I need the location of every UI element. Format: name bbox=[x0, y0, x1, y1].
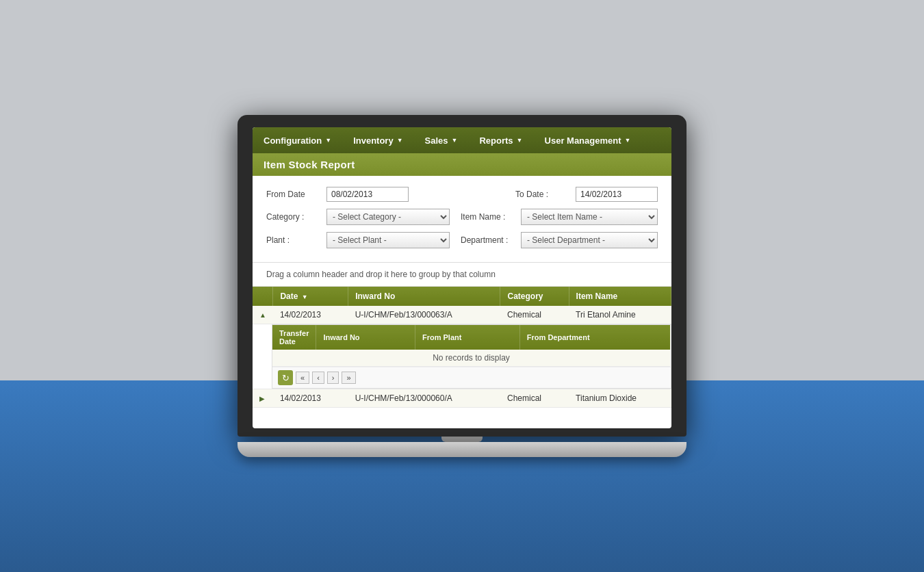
no-records-cell: No records to display bbox=[272, 350, 670, 367]
expand-icon-2[interactable]: ▶ bbox=[259, 395, 265, 402]
th-inward-no[interactable]: Inward No bbox=[348, 287, 500, 306]
nav-arrow-user-management: ▼ bbox=[625, 137, 631, 144]
nav-item-user-management[interactable]: User Management ▼ bbox=[534, 127, 642, 153]
cell-category-2: Chemical bbox=[500, 389, 569, 408]
plant-select[interactable]: - Select Plant - bbox=[326, 232, 450, 248]
sub-table-cell-1: Transfer Date Inward No From Plant bbox=[253, 324, 671, 389]
nav-item-sales[interactable]: Sales ▼ bbox=[414, 127, 469, 153]
sub-th-from-plant-label: From Plant bbox=[422, 333, 461, 341]
sub-th-transfer-date: Transfer Date bbox=[272, 325, 316, 350]
nav-item-inventory[interactable]: Inventory ▼ bbox=[342, 127, 413, 153]
th-date-label: Date bbox=[280, 291, 298, 301]
form-row-category: Category : - Select Category - Item Name… bbox=[266, 209, 658, 225]
sub-th-from-department-label: From Department bbox=[527, 333, 590, 341]
cell-date-1: 14/02/2013 bbox=[273, 306, 348, 324]
th-category-label: Category bbox=[507, 291, 543, 301]
cell-item-2: Titanium Dioxide bbox=[569, 389, 671, 408]
table-container: Date ▼ Inward No Category bbox=[253, 287, 671, 408]
main-table: Date ▼ Inward No Category bbox=[253, 287, 671, 408]
th-inward-no-label: Inward No bbox=[355, 291, 395, 301]
nav-bar: Configuration ▼ Inventory ▼ Sales ▼ Repo… bbox=[253, 127, 671, 153]
cell-inward-2: U-I/CHM/Feb/13/000060/A bbox=[348, 389, 500, 408]
th-item-name-label: Item Name bbox=[576, 291, 618, 301]
department-select[interactable]: - Select Department - bbox=[521, 232, 658, 248]
cell-item-1: Tri Etanol Amine bbox=[569, 306, 671, 324]
to-date-input[interactable] bbox=[576, 187, 658, 202]
sub-table-1: Transfer Date Inward No From Plant bbox=[272, 325, 671, 367]
category-label: Category : bbox=[266, 212, 321, 222]
laptop-notch bbox=[441, 437, 483, 442]
prev-page-button[interactable]: ‹ bbox=[312, 372, 324, 384]
th-expand bbox=[253, 287, 273, 306]
from-date-label: From Date bbox=[266, 190, 321, 199]
cell-inward-1: U-I/CHM/Feb/13/000063/A bbox=[348, 306, 500, 324]
form-area: From Date To Date : Category : - Select … bbox=[253, 176, 671, 263]
expand-cell-1[interactable]: ▲ bbox=[253, 306, 273, 324]
refresh-button[interactable]: ↻ bbox=[278, 370, 293, 385]
plant-label: Plant : bbox=[266, 235, 321, 245]
sort-arrow-date: ▼ bbox=[302, 294, 308, 300]
item-name-label: Item Name : bbox=[461, 212, 515, 222]
nav-label-user-management: User Management bbox=[545, 135, 621, 146]
department-label: Department : bbox=[461, 235, 515, 245]
last-page-button[interactable]: » bbox=[342, 372, 355, 384]
nav-label-reports: Reports bbox=[479, 135, 513, 146]
category-select[interactable]: - Select Category - bbox=[326, 209, 450, 225]
form-row-dates: From Date To Date : bbox=[266, 187, 658, 202]
next-page-button[interactable]: › bbox=[327, 372, 339, 384]
sub-table-row-1: Transfer Date Inward No From Plant bbox=[253, 324, 671, 389]
nav-arrow-configuration: ▼ bbox=[325, 137, 331, 144]
cell-category-1: Chemical bbox=[500, 306, 569, 324]
th-item-name[interactable]: Item Name bbox=[569, 287, 671, 306]
nav-label-configuration: Configuration bbox=[264, 135, 322, 146]
pagination-row: ↻ « ‹ › » bbox=[272, 367, 671, 388]
expand-icon-1[interactable]: ▲ bbox=[259, 311, 266, 319]
nav-item-configuration[interactable]: Configuration ▼ bbox=[253, 127, 342, 153]
laptop-base bbox=[238, 442, 686, 457]
nav-arrow-inventory: ▼ bbox=[397, 137, 403, 144]
sub-table-header-row: Transfer Date Inward No From Plant bbox=[272, 325, 670, 350]
expand-cell-2[interactable]: ▶ bbox=[253, 389, 273, 408]
page-title: Item Stock Report bbox=[264, 159, 355, 170]
sub-table-no-records-row: No records to display bbox=[272, 350, 670, 367]
table-row: ▲ 14/02/2013 U-I/CHM/Feb/13/000063/A Che… bbox=[253, 306, 671, 324]
laptop-screen: Configuration ▼ Inventory ▼ Sales ▼ Repo… bbox=[253, 127, 671, 428]
sub-th-inward-no-label: Inward No bbox=[323, 333, 359, 341]
sub-th-from-department: From Department bbox=[519, 325, 670, 350]
nav-arrow-sales: ▼ bbox=[452, 137, 458, 144]
page-header: Item Stock Report bbox=[253, 153, 671, 176]
from-date-input[interactable] bbox=[326, 187, 409, 202]
table-body: ▲ 14/02/2013 U-I/CHM/Feb/13/000063/A Che… bbox=[253, 306, 671, 408]
table-row: ▶ 14/02/2013 U-I/CHM/Feb/13/000060/A Che… bbox=[253, 389, 671, 408]
item-name-select[interactable]: - Select Item Name - bbox=[521, 209, 658, 225]
sub-table-container-1: Transfer Date Inward No From Plant bbox=[272, 324, 671, 389]
sub-th-from-plant: From Plant bbox=[415, 325, 519, 350]
nav-label-inventory: Inventory bbox=[353, 135, 394, 146]
cell-date-2: 14/02/2013 bbox=[273, 389, 348, 408]
th-category[interactable]: Category bbox=[500, 287, 569, 306]
nav-arrow-reports: ▼ bbox=[517, 137, 523, 144]
group-hint-text: Drag a column header and drop it here to… bbox=[266, 270, 496, 279]
form-row-plant: Plant : - Select Plant - Department : - … bbox=[266, 232, 658, 248]
group-hint: Drag a column header and drop it here to… bbox=[253, 263, 671, 287]
sub-th-inward-no: Inward No bbox=[316, 325, 415, 350]
no-records-text: No records to display bbox=[433, 353, 510, 363]
nav-label-sales: Sales bbox=[425, 135, 448, 146]
sub-th-transfer-date-label: Transfer Date bbox=[279, 329, 309, 346]
refresh-icon-symbol: ↻ bbox=[282, 373, 290, 383]
to-date-label: To Date : bbox=[515, 190, 570, 199]
th-date[interactable]: Date ▼ bbox=[273, 287, 348, 306]
page-content: Item Stock Report From Date To Date : Ca… bbox=[253, 153, 671, 408]
nav-item-reports[interactable]: Reports ▼ bbox=[468, 127, 533, 153]
table-header-row: Date ▼ Inward No Category bbox=[253, 287, 671, 306]
first-page-button[interactable]: « bbox=[296, 372, 309, 384]
